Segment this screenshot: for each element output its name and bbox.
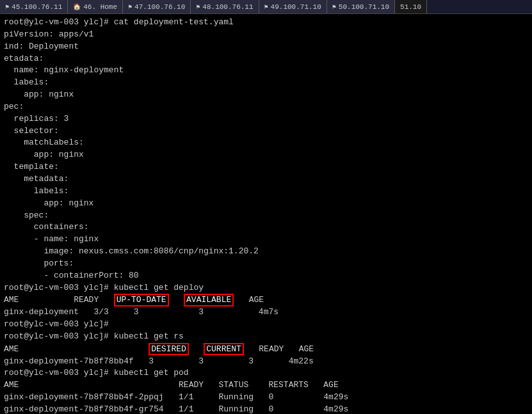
- pod-row-1: ginx-deployment-7b8f78bb4f-2ppqj 1/1 Run…: [4, 392, 528, 404]
- line-16: app: nginx: [4, 198, 528, 210]
- line-9: replicas: 3: [4, 113, 528, 125]
- line-13: template:: [4, 161, 528, 173]
- flag-icon-48: ⚑: [196, 3, 200, 11]
- flag-icon-50: ⚑: [332, 3, 336, 11]
- current-header: CURRENT: [204, 343, 244, 356]
- line-10: selector:: [4, 125, 528, 138]
- tab-45-label: 45.100.76.11: [12, 3, 62, 11]
- line-18: containers:: [4, 221, 528, 234]
- tab-48-label: 48.100.76.11: [202, 3, 253, 11]
- rs-row-line: ginx-deployment-7b8f78bb4f 3 3 3 4m22s: [4, 356, 528, 368]
- tab-51[interactable]: 51.10: [395, 0, 427, 14]
- tab-45[interactable]: ⚑ 45.100.76.11: [0, 0, 68, 14]
- flag-icon-47: ⚑: [128, 3, 132, 11]
- line-5: name: nginx-deployment: [4, 65, 528, 77]
- line-1: root@ylc-vm-003 ylc]# cat deployment-tes…: [4, 17, 528, 29]
- up-to-date-header: UP-TO-DATE: [114, 294, 169, 307]
- line-6: labels:: [4, 77, 528, 89]
- line-17: spec:: [4, 210, 528, 222]
- line-21: ports:: [4, 258, 528, 270]
- tab-50[interactable]: ⚑ 50.100.71.10: [327, 0, 395, 14]
- line-8: pec:: [4, 101, 528, 113]
- pod-header-line: AME READY STATUS RESTARTS AGE: [4, 379, 528, 392]
- line-11: matchLabels:: [4, 137, 528, 149]
- desired-header: DESIRED: [149, 343, 189, 356]
- available-header: AVAILABLE: [184, 294, 234, 307]
- line-22: - containerPort: 80: [4, 270, 528, 282]
- terminal: root@ylc-vm-003 ylc]# cat deployment-tes…: [0, 14, 532, 414]
- tab-47-label: 47.100.76.10: [134, 3, 185, 11]
- flag-icon-45: ⚑: [5, 3, 9, 11]
- home-icon-46: 🏠: [73, 3, 81, 11]
- line-4: etadata:: [4, 53, 528, 65]
- line-20: image: nexus.cmss.com:8086/cnp/nginx:1.2…: [4, 246, 528, 258]
- line-7: app: nginx: [4, 89, 528, 101]
- line-prompt-after-deploy: root@ylc-vm-003 ylc]#: [4, 319, 528, 331]
- tab-50-label: 50.100.71.10: [339, 3, 389, 11]
- tab-49[interactable]: ⚑ 49.100.71.10: [259, 0, 327, 14]
- flag-icon-49: ⚑: [264, 3, 268, 11]
- deploy-header-line: AME READY UP-TO-DATE AVAILABLE AGE: [4, 294, 528, 307]
- tab-49-label: 49.100.71.10: [271, 3, 321, 11]
- line-19: - name: nginx: [4, 234, 528, 246]
- line-12: app: nginx: [4, 149, 528, 161]
- tab-46[interactable]: 🏠 46. Home: [68, 0, 123, 14]
- line-2: piVersion: apps/v1: [4, 29, 528, 41]
- tab-51-label: 51.10: [400, 3, 421, 11]
- tab-46-label: 46. Home: [83, 3, 117, 11]
- line-rs-cmd: root@ylc-vm-003 ylc]# kubectl get rs: [4, 331, 528, 343]
- deploy-row-line: ginx-deployment 3/3 3 3 4m7s: [4, 307, 528, 319]
- tab-47[interactable]: ⚑ 47.100.76.10: [123, 0, 191, 14]
- pod-row-2: ginx-deployment-7b8f78bb4f-gr754 1/1 Run…: [4, 404, 528, 414]
- line-pod-cmd: root@ylc-vm-003 ylc]# kubectl get pod: [4, 367, 528, 379]
- line-3: ind: Deployment: [4, 41, 528, 53]
- line-14: metadata:: [4, 173, 528, 186]
- tab-48[interactable]: ⚑ 48.100.76.11: [191, 0, 259, 14]
- rs-header-line: AME DESIRED CURRENT READY AGE: [4, 343, 528, 356]
- tab-bar: ⚑ 45.100.76.11 🏠 46. Home ⚑ 47.100.76.10…: [0, 0, 532, 14]
- line-15: labels:: [4, 186, 528, 198]
- line-deploy-cmd: root@ylc-vm-003 ylc]# kubectl get deploy: [4, 282, 528, 294]
